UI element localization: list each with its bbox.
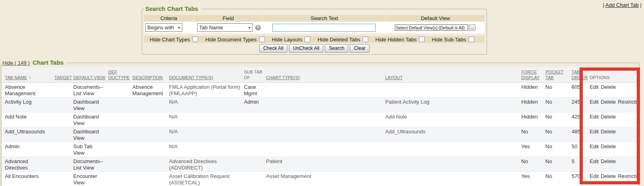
cell-tab-name: Advanced Directives (2, 157, 54, 172)
checkbox-item-hide-document-types: Hide Document Types (205, 37, 265, 43)
cell-tab-name: Add_Ultrasounds (2, 127, 54, 142)
hide-hidden-tabs-checkbox[interactable] (419, 37, 425, 42)
cell-options: EditDeleteRestrictions (590, 98, 638, 112)
ellipsis-button[interactable]: ... (469, 25, 476, 31)
add-chart-tab-link[interactable]: Add Chart Tab (605, 2, 639, 8)
clear-button[interactable]: Clear (350, 44, 369, 53)
cell-layout (385, 157, 521, 172)
edit-link[interactable]: Edit (590, 114, 599, 120)
hide-document-types-checkbox[interactable] (259, 37, 265, 42)
search-button[interactable]: Search (325, 44, 348, 53)
search-column-header-search-text: Search Text (262, 15, 386, 22)
edit-link[interactable]: Edit (590, 173, 599, 179)
hide-chart-types-checkbox[interactable] (192, 37, 198, 42)
column-header-def-doctype[interactable]: DEF DOCTYPE (108, 67, 132, 83)
cell-description (132, 127, 169, 142)
default-view-input[interactable]: Select Default View(s) (Default is All) (395, 25, 468, 31)
column-header-chart-type-s[interactable]: CHART TYPE(S) (266, 67, 385, 83)
cell-pocket-tab: No (545, 157, 572, 172)
edit-link[interactable]: Edit (590, 158, 599, 164)
search-column-header-field: Field (194, 15, 263, 22)
cell-document-types: N/A (169, 98, 244, 112)
criteria-select[interactable]: Begins with ▼ (145, 23, 182, 32)
column-header-force-display[interactable]: FORCE DISPLAY (521, 67, 545, 83)
table-row: Add_UltrasoundsDashboard ViewN/AAdd_Ultr… (2, 127, 638, 142)
cell-document-types: N/A (169, 142, 244, 157)
hide-sub-tabs-checkbox[interactable] (469, 37, 474, 42)
cell-options: EditDelete (590, 112, 638, 127)
cell-pocket-tab: No (545, 142, 572, 157)
cell-default-view: Documents-- List View (73, 157, 108, 172)
cell-target (54, 98, 73, 112)
check-all-button[interactable]: Check All (259, 44, 287, 53)
chart-tabs-panel: Hide ( 149 )Chart Tabs TAB NAME↑TARGETDE… (1, 63, 639, 186)
delete-link[interactable]: Delete (601, 143, 616, 149)
cell-options: EditDelete (590, 142, 638, 157)
edit-link[interactable]: Edit (590, 84, 599, 90)
hide-deleted-tabs-checkbox[interactable] (363, 37, 368, 42)
search-columns-row: CriteriaFieldSearch TextDefault View (144, 15, 485, 22)
delete-link[interactable]: Delete (601, 173, 616, 179)
cell-def-doctype (108, 83, 132, 98)
restrictions-link[interactable]: Restrictions (618, 99, 638, 105)
cell-chart-types (266, 98, 385, 112)
search-text-input[interactable] (272, 24, 376, 32)
cell-options: EditDelete (590, 157, 638, 172)
field-select[interactable]: Tab Name ▼ (197, 23, 253, 32)
table-row: All EncountersEncounter ViewAsset Calibr… (2, 172, 638, 186)
cell-def-doctype (108, 112, 132, 127)
checkbox-label: Hide Hidden Tabs (376, 37, 417, 43)
table-header-row: TAB NAME↑TARGETDEFAULT VIEWDEF DOCTYPEDE… (2, 67, 638, 83)
column-header-tab-name[interactable]: TAB NAME↑ (2, 67, 54, 83)
hide-count-link[interactable]: Hide ( 149 ) (2, 60, 30, 66)
search-column-header-criteria: Criteria (144, 15, 194, 22)
cell-layout (385, 83, 521, 98)
cell-tab-name: Add Note (2, 112, 54, 127)
cell-layout: Add Note (385, 112, 521, 127)
cell-default-view: Encounter View (73, 172, 108, 186)
cell-tab-order: 5 (572, 157, 590, 172)
delete-link[interactable]: Delete (601, 158, 616, 164)
delete-link[interactable]: Delete (601, 129, 616, 135)
cell-target (54, 112, 73, 127)
restrictions-link[interactable]: Restrictions (618, 173, 638, 179)
cell-document-types: N/A (169, 127, 244, 142)
search-controls-row: Begins with ▼ Tab Name ▼ ? Select Defaul… (144, 22, 485, 33)
table-body: Absence ManagementDocuments-- List ViewA… (2, 83, 638, 186)
column-header-sub-tab-of: SUB TAB OF (244, 67, 266, 83)
cell-tab-order: 570 (572, 172, 590, 186)
cell-default-view: Dashboard View (73, 112, 108, 127)
edit-link[interactable]: Edit (590, 143, 599, 149)
checkbox-item-hide-layouts: Hide Layouts (272, 37, 310, 43)
hide-layouts-checkbox[interactable] (305, 37, 310, 42)
column-header-tab-order[interactable]: TAB ORDER (572, 67, 590, 83)
uncheck-all-button[interactable]: UnCheck All (289, 44, 323, 53)
column-header-layout[interactable]: LAYOUT (385, 67, 521, 83)
column-header-document-type-s[interactable]: DOCUMENT TYPE(S) (169, 67, 244, 83)
pipe-separator: | (640, 2, 642, 8)
cell-sub-tab-of (244, 172, 266, 186)
help-icon[interactable]: ? (255, 25, 261, 31)
column-header-target[interactable]: TARGET (54, 67, 73, 83)
delete-link[interactable]: Delete (601, 99, 616, 105)
cell-tab-name: Admin (2, 142, 54, 157)
cell-pocket-tab: No (545, 172, 572, 186)
delete-link[interactable]: Delete (601, 84, 616, 90)
cell-default-view: Dashboard View (73, 98, 108, 112)
cell-chart-types: Patient (266, 157, 385, 172)
column-header-default-view[interactable]: DEFAULT VIEW (73, 67, 108, 83)
search-column-header-default-view: Default View (386, 15, 485, 22)
edit-link[interactable]: Edit (590, 129, 599, 135)
cell-target (54, 127, 73, 142)
cell-def-doctype (108, 142, 132, 157)
cell-layout: Add_Ultrasounds (385, 127, 521, 142)
criteria-select-value: Begins with (147, 25, 174, 31)
cell-layout (385, 172, 521, 186)
cell-description (132, 142, 169, 157)
edit-link[interactable]: Edit (590, 99, 599, 105)
delete-link[interactable]: Delete (601, 114, 616, 120)
cell-def-doctype (108, 157, 132, 172)
checkbox-item-hide-sub-tabs: Hide Sub-Tabs (432, 37, 474, 43)
column-header-pocket-tab[interactable]: POCKET TAB (545, 67, 572, 83)
column-header-description[interactable]: DESCRIPTION (132, 67, 169, 83)
